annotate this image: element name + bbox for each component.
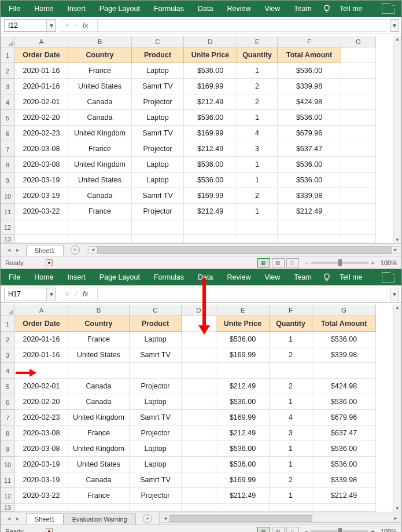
column-header[interactable]: F (278, 36, 341, 47)
cell[interactable]: Samrt TV (130, 472, 182, 488)
column-header[interactable]: B (68, 304, 130, 316)
cell[interactable] (15, 235, 68, 243)
cell[interactable]: Country (68, 316, 130, 332)
row-header[interactable]: 6 (1, 394, 15, 410)
ribbon-tab-file[interactable]: File (2, 269, 27, 285)
cell[interactable]: $424.98 (278, 94, 341, 110)
cell[interactable] (68, 504, 130, 512)
cell[interactable] (341, 79, 376, 94)
ribbon-tab-data[interactable]: Data (191, 1, 220, 17)
cell[interactable]: 1 (237, 173, 278, 188)
cell[interactable] (130, 504, 182, 512)
cell[interactable]: Projector (130, 425, 182, 441)
cell[interactable]: 2 (237, 188, 278, 204)
zoom-out-icon[interactable]: − (305, 528, 308, 533)
column-header[interactable]: G (312, 304, 376, 316)
cell[interactable]: United States (68, 347, 130, 363)
cell[interactable]: 2020-01-16 (15, 79, 68, 94)
cell[interactable]: Samrt TV (132, 126, 184, 141)
cell[interactable] (182, 379, 216, 394)
cell[interactable] (341, 126, 376, 141)
cell[interactable]: $424.98 (312, 379, 376, 394)
share-icon[interactable] (382, 272, 394, 282)
cell[interactable]: $339.98 (312, 347, 376, 363)
cell[interactable] (15, 219, 68, 235)
row-header[interactable]: 6 (1, 126, 15, 141)
page-break-view-button[interactable]: ▯ (286, 258, 299, 267)
cell[interactable] (341, 219, 376, 235)
cell[interactable]: Canada (68, 94, 132, 110)
row-header[interactable]: 3 (1, 347, 15, 363)
page-layout-view-button[interactable]: ▥ (272, 527, 285, 533)
cell[interactable]: Total Amount (278, 47, 341, 63)
cell[interactable]: 2 (270, 472, 312, 488)
cell[interactable] (341, 47, 376, 63)
ribbon-tab-file[interactable]: File (2, 1, 27, 17)
cell[interactable]: $637.47 (312, 425, 376, 441)
cancel-icon[interactable]: ✕ (64, 290, 70, 298)
cell[interactable]: $536.00 (216, 394, 270, 410)
cell[interactable] (312, 363, 376, 379)
tab-nav[interactable]: ◄► (1, 516, 26, 522)
cancel-icon[interactable]: ✕ (64, 21, 70, 30)
cell[interactable]: 2 (237, 94, 278, 110)
cell[interactable] (68, 235, 132, 243)
cell[interactable]: 4 (270, 410, 312, 425)
cell[interactable]: 2020-03-08 (15, 141, 68, 157)
cell[interactable]: $536.00 (278, 63, 341, 79)
cell[interactable]: $169.99 (184, 126, 237, 141)
cell[interactable]: 2020-03-19 (15, 188, 68, 204)
cell[interactable]: $212.49 (216, 379, 270, 394)
row-header[interactable]: 7 (1, 141, 15, 157)
cell[interactable] (68, 219, 132, 235)
enter-icon[interactable]: ✓ (73, 21, 79, 30)
cell[interactable]: $339.98 (312, 472, 376, 488)
cell[interactable] (341, 63, 376, 79)
fx-icon[interactable]: fx (83, 288, 93, 300)
cell[interactable]: 3 (270, 425, 312, 441)
cell[interactable]: $536.00 (216, 332, 270, 347)
cell[interactable] (184, 219, 237, 235)
cell[interactable]: $212.49 (312, 488, 376, 504)
normal-view-button[interactable]: ▦ (257, 258, 270, 267)
cell[interactable] (182, 347, 216, 363)
row-header[interactable]: 1 (1, 47, 15, 63)
cell[interactable]: United States (68, 79, 132, 94)
row-header[interactable]: 5 (1, 379, 15, 394)
cell[interactable]: 1 (270, 441, 312, 457)
name-box[interactable]: I12 ▾ (4, 19, 56, 32)
row-header[interactable]: 12 (1, 219, 15, 235)
cell[interactable]: 2020-02-01 (15, 379, 68, 394)
cell[interactable]: France (68, 204, 132, 219)
cell[interactable]: $536.00 (278, 173, 341, 188)
ribbon-tab-home[interactable]: Home (27, 1, 60, 17)
ribbon-tab-team[interactable]: Team (287, 1, 319, 17)
normal-view-button[interactable]: ▦ (257, 527, 270, 533)
cell[interactable]: 1 (237, 63, 278, 79)
record-macro-icon[interactable] (46, 528, 53, 533)
cell[interactable] (270, 504, 312, 512)
column-header[interactable]: D (182, 304, 216, 316)
cell[interactable]: $339.98 (278, 79, 341, 94)
zoom-out-icon[interactable]: − (305, 259, 308, 266)
cell[interactable]: $536.00 (312, 441, 376, 457)
cell[interactable] (182, 410, 216, 425)
column-header[interactable]: E (216, 304, 270, 316)
vertical-scrollbar[interactable] (393, 36, 401, 243)
ribbon-tab-view[interactable]: View (257, 1, 287, 17)
row-header[interactable]: 10 (1, 457, 15, 472)
cell[interactable] (278, 235, 341, 243)
cell[interactable]: France (68, 425, 130, 441)
cell[interactable]: Product (132, 47, 184, 63)
cell[interactable]: Canada (68, 394, 130, 410)
cell[interactable] (312, 504, 376, 512)
ribbon-tab-formulas[interactable]: Formulas (147, 1, 191, 17)
cell[interactable]: United Kingdom (68, 126, 132, 141)
cell[interactable]: 1 (237, 157, 278, 173)
cell[interactable]: $212.49 (184, 204, 237, 219)
cell[interactable]: Quantity (270, 316, 312, 332)
cell[interactable]: Quantity (237, 47, 278, 63)
cell[interactable]: $637.47 (278, 141, 341, 157)
cell[interactable]: United States (68, 173, 132, 188)
cell[interactable]: United States (68, 457, 130, 472)
